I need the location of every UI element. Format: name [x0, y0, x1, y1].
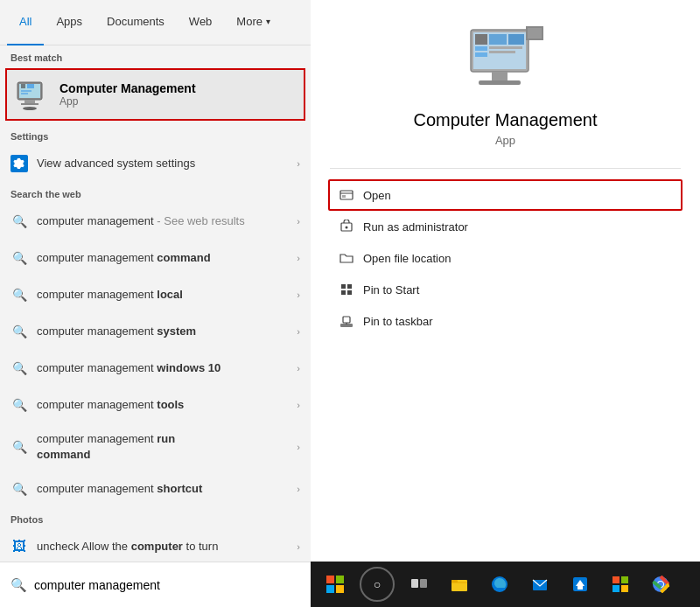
- file-explorer-btn[interactable]: [440, 565, 479, 604]
- svg-rect-42: [621, 576, 628, 583]
- chevron-right-icon: ›: [297, 442, 300, 452]
- pin-to-start-label: Pin to Start: [363, 283, 419, 297]
- svg-rect-43: [612, 585, 620, 592]
- svg-rect-24: [342, 195, 346, 198]
- svg-rect-13: [475, 46, 487, 51]
- app-icon-large: [466, 26, 545, 96]
- open-label: Open: [363, 189, 391, 202]
- svg-rect-19: [492, 72, 508, 80]
- chevron-right-icon: ›: [297, 290, 300, 300]
- tab-web[interactable]: Web: [177, 0, 225, 45]
- svg-rect-15: [489, 34, 507, 45]
- search-panel: All Apps Documents Web More ▾ Best match: [0, 0, 311, 607]
- svg-rect-2: [24, 100, 35, 103]
- store-btn[interactable]: [561, 565, 599, 604]
- taskbar-search-btn[interactable]: ○: [360, 567, 395, 602]
- tabs-bar: All Apps Documents Web More ▾: [0, 0, 311, 45]
- settings-label: Settings: [0, 124, 311, 145]
- mail-btn[interactable]: [521, 565, 559, 604]
- windows-tiles-btn[interactable]: [601, 565, 640, 604]
- search-icon: 🔍: [10, 286, 28, 304]
- photos-label: Photos: [0, 507, 311, 528]
- taskbar: ○: [311, 562, 700, 607]
- right-panel-app-type: App: [495, 134, 515, 147]
- action-list: Open Run as administrator Open file loca…: [311, 179, 700, 337]
- svg-rect-4: [21, 84, 25, 88]
- open-file-location-label: Open file location: [363, 252, 451, 265]
- web-search-label: Search the web: [0, 182, 311, 203]
- svg-rect-7: [21, 93, 28, 94]
- search-icon: 🔍: [10, 438, 28, 456]
- tab-all[interactable]: All: [7, 0, 44, 45]
- folder-icon: [339, 250, 354, 266]
- photos-item-text: uncheck Allow the computer to turn: [37, 539, 288, 555]
- search-bar-icon: 🔍: [10, 577, 27, 593]
- list-item[interactable]: 🔍 computer management - See web results …: [0, 203, 311, 240]
- list-item[interactable]: 🔍 computer management runcommand ›: [0, 423, 311, 471]
- chevron-right-icon: ›: [297, 484, 300, 494]
- pin-to-start-action[interactable]: Pin to Start: [328, 274, 682, 305]
- list-item[interactable]: 🔍 computer management windows 10 ›: [0, 350, 311, 387]
- tab-apps[interactable]: Apps: [44, 0, 94, 45]
- svg-rect-36: [452, 580, 458, 583]
- chevron-right-icon: ›: [297, 216, 300, 227]
- best-match-item[interactable]: Computer Management App: [5, 68, 305, 121]
- photo-icon: 🖼: [10, 538, 28, 555]
- results-list: Best match Computer Managemen: [0, 45, 311, 607]
- svg-rect-5: [27, 84, 34, 88]
- run-as-admin-action[interactable]: Run as administrator: [328, 211, 682, 242]
- svg-rect-17: [489, 46, 522, 49]
- windows-logo-icon: [326, 576, 344, 593]
- best-match-label: Best match: [0, 45, 311, 66]
- run-as-admin-label: Run as administrator: [363, 220, 468, 234]
- pin-taskbar-icon: [339, 313, 354, 329]
- svg-rect-44: [621, 585, 628, 592]
- pin-start-icon: [339, 282, 354, 297]
- svg-point-8: [23, 107, 37, 110]
- search-input[interactable]: [34, 578, 300, 592]
- svg-rect-22: [528, 28, 542, 38]
- tab-more[interactable]: More ▾: [224, 0, 283, 45]
- computer-management-icon: [16, 77, 51, 112]
- open-icon: [339, 187, 354, 203]
- svg-rect-6: [21, 90, 32, 92]
- svg-rect-27: [341, 284, 346, 289]
- svg-rect-18: [489, 51, 515, 53]
- svg-rect-29: [341, 290, 346, 295]
- chevron-right-icon: ›: [297, 541, 300, 552]
- open-action[interactable]: Open: [328, 179, 682, 211]
- svg-rect-20: [479, 80, 521, 85]
- search-icon: 🔍: [10, 249, 28, 267]
- search-icon: 🔍: [10, 480, 28, 498]
- list-item[interactable]: 🔍 computer management command ›: [0, 240, 311, 276]
- chrome-btn[interactable]: [641, 565, 680, 604]
- svg-rect-34: [420, 579, 427, 588]
- settings-advanced-item[interactable]: View advanced system settings ›: [0, 145, 311, 182]
- chevron-right-icon: ›: [297, 326, 300, 337]
- divider: [330, 168, 681, 169]
- chevron-right-icon: ›: [297, 158, 300, 169]
- task-view-btn[interactable]: [400, 565, 438, 604]
- pin-to-taskbar-label: Pin to taskbar: [363, 315, 433, 328]
- settings-item-text: View advanced system settings: [37, 156, 288, 171]
- list-item[interactable]: 🔍 computer management shortcut ›: [0, 471, 311, 507]
- chevron-right-icon: ›: [297, 363, 300, 373]
- list-item[interactable]: 🔍 computer management local ›: [0, 276, 311, 313]
- pin-to-taskbar-action[interactable]: Pin to taskbar: [328, 305, 682, 337]
- search-icon: 🔍: [10, 396, 28, 414]
- list-item[interactable]: 🔍 computer management system ›: [0, 313, 311, 350]
- tab-documents[interactable]: Documents: [94, 0, 177, 45]
- svg-rect-41: [612, 576, 620, 583]
- search-icon: 🔍: [10, 213, 28, 230]
- right-panel: Computer Management App Open: [311, 0, 700, 562]
- open-file-location-action[interactable]: Open file location: [328, 242, 682, 274]
- edge-browser-btn[interactable]: [480, 565, 519, 604]
- chevron-down-icon: ▾: [266, 17, 270, 26]
- search-bar: 🔍: [0, 562, 311, 607]
- photos-item[interactable]: 🖼 uncheck Allow the computer to turn ›: [0, 528, 311, 565]
- start-button[interactable]: [316, 565, 354, 604]
- settings-icon: [10, 155, 28, 172]
- svg-rect-3: [21, 103, 38, 105]
- list-item[interactable]: 🔍 computer management tools ›: [0, 387, 311, 423]
- svg-rect-30: [347, 290, 352, 295]
